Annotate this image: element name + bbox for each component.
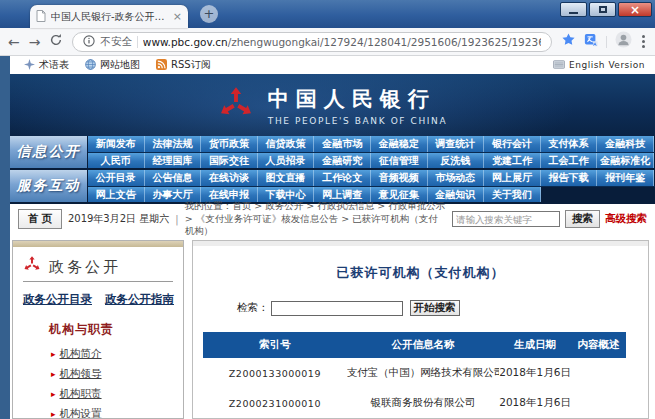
world-icon [553,60,565,71]
nav-item[interactable]: 金融研究 [314,153,371,168]
table-row[interactable]: Z2000133000019 支付宝（中国）网络技术有限公司 2018年1月6日 [203,358,626,388]
main-navigation: 信息公开 新闻发布法律法规货币政策信贷政策金融市场金融稳定调查统计银行会计支付体… [10,136,655,204]
pbc-logo-icon [218,85,254,125]
home-button[interactable]: 首 页 [18,209,62,229]
breadcrumb[interactable]: 我的位置：首页 > 政务公开 > 行政执法信息 > 行政审批公示 > 《支付业务… [185,200,446,238]
english-version-link[interactable]: English Version [553,60,645,71]
nav-item[interactable]: 经理国库 [145,153,202,168]
nav-item[interactable]: 市场动态 [428,170,485,186]
nav-item[interactable]: 人员招录 [258,153,315,168]
nav-item[interactable]: 党建工作 [484,153,541,168]
nav-item[interactable]: 图文直播 [258,170,315,186]
nav-item[interactable]: 工作论文 [314,170,371,186]
new-tab-button[interactable]: + [200,5,218,23]
nav-item[interactable]: 新闻发布 [88,136,145,152]
nav-item[interactable]: 金融标准化 [597,153,654,168]
nav-item[interactable]: 调查统计 [428,136,485,152]
globe-icon [85,59,96,72]
security-badge[interactable]: 不安全 [100,35,132,49]
nav-item[interactable]: 信贷政策 [258,136,315,152]
site-masthead: 中国人民银行 THE PEOPLE'S BANK OF CHINA [10,74,655,136]
header-name: 公开信息名称 [347,332,499,358]
results-table: 索引号 公开信息名称 生成日期 内容概述 Z2000133000019 支付宝（… [203,332,626,419]
utility-bar: 术语表 网站地图 RSS订阅 English Version [10,56,655,74]
date-text: 2019年3月2日 星期六 [68,212,169,226]
sidebar: 政务公开 政务公开目录 政务公开指南 机构与职责 机构简介 机构领导 机构职责 … [12,240,184,419]
nav-item[interactable]: 征信管理 [371,153,428,168]
window-close-button[interactable] [618,2,652,17]
cell-name[interactable]: 银联商务股份有限公司 [347,388,499,418]
separator: | [175,214,178,225]
nav-item[interactable]: 网上展厅 [484,170,541,186]
header-index: 索引号 [203,332,347,358]
window-minimize-button[interactable] [560,2,587,17]
rss-link[interactable]: RSS订阅 [156,58,211,72]
browser-tab[interactable]: 中国人民银行-政务公开-行政执... × [30,5,188,28]
page-background: 术语表 网站地图 RSS订阅 English Version [0,56,655,419]
address-bar[interactable]: 不安全 www.pbc.gov.cn/zhengwugongkai/127924… [72,32,552,52]
retrieval-label: 检索： [237,301,269,315]
tab-close-icon[interactable]: × [173,11,182,22]
back-button[interactable]: ← [8,35,20,49]
nav-item[interactable]: 国际交往 [201,153,258,168]
start-search-button[interactable]: 开始搜索 [410,300,460,316]
nav-item[interactable]: 公开目录 [88,170,145,186]
url-text[interactable]: www.pbc.gov.cn/zhengwugongkai/127924/128… [143,36,541,48]
nav-item[interactable]: 工会工作 [541,153,598,168]
translate-icon[interactable] [584,32,598,51]
bullet-triangle-icon [51,407,60,419]
bookmark-star-icon[interactable] [561,32,576,51]
nav-item[interactable]: 人民币 [88,153,145,168]
bank-name-en: THE PEOPLE'S BANK OF CHINA [268,116,447,126]
header-summary: 内容概述 [571,332,626,358]
browser-menu-icon[interactable] [640,35,647,48]
refresh-button[interactable] [49,32,63,51]
profile-avatar-icon[interactable] [615,31,632,52]
nav-item[interactable]: 法律法规 [145,136,202,152]
nav-item[interactable]: 在线访谈 [201,170,258,186]
sidebar-link-catalog[interactable]: 政务公开目录 [23,292,92,307]
nav-item[interactable]: 反洗钱 [428,153,485,168]
forward-button[interactable]: → [29,35,41,49]
bullet-triangle-icon [51,347,60,359]
nav-item[interactable]: 关于我们 [484,187,541,202]
window-maximize-button[interactable] [589,2,616,17]
bullet-triangle-icon [51,367,60,379]
sidebar-item[interactable]: 机构职责 [51,384,173,404]
nav-item[interactable]: 金融科技 [597,136,654,152]
cell-name[interactable]: 支付宝（中国）网络技术有限公司 [347,358,499,388]
cell-summary [571,388,626,418]
sitemap-link[interactable]: 网站地图 [85,58,140,72]
site-search-button[interactable]: 搜索 [565,210,600,228]
retrieval-input[interactable] [271,301,403,316]
nav-item[interactable]: 银行会计 [484,136,541,152]
nav-item[interactable]: 金融稳定 [371,136,428,152]
nav-item[interactable]: 货币政策 [201,136,258,152]
browser-toolbar: ← → 不安全 www.pbc.gov.cn/zhengwugongkai/12… [0,28,655,56]
browser-titlebar: 中国人民银行-政务公开-行政执... × + [0,0,655,28]
cell-date: 2018年1月6日 [499,388,571,418]
sidebar-item[interactable]: 机构设置 [51,404,173,419]
nav-item[interactable]: 网上文告 [88,187,145,202]
advanced-search-link[interactable]: 高级搜索 [605,212,647,226]
sidebar-link-guide[interactable]: 政务公开指南 [105,292,174,307]
site-search-input[interactable] [452,211,560,227]
toolbar-divider [606,36,607,48]
nav-item[interactable]: 金融市场 [314,136,371,152]
nav-item[interactable]: 音频视频 [371,170,428,186]
table-row[interactable]: Z2000231000010 银联商务股份有限公司 2018年1月6日 [203,388,626,418]
sidebar-item[interactable]: 机构领导 [51,364,173,384]
compass-icon [24,59,35,72]
sidebar-item[interactable]: 机构简介 [51,344,173,364]
info-icon[interactable] [83,32,95,51]
page-title: 已获许可机构（支付机构） [193,264,648,282]
nav-item[interactable]: 报告下载 [541,170,598,186]
glossary-link[interactable]: 术语表 [24,58,69,72]
pbc-logo-small-icon [23,255,41,277]
nav-group-label-service-interaction: 服务互动 [10,170,88,202]
page-favicon-icon [36,7,46,26]
nav-item[interactable]: 公告信息 [145,170,202,186]
cell-index: Z2000231000010 [203,388,347,418]
nav-item[interactable]: 报刊年鉴 [597,170,654,186]
nav-item[interactable]: 支付体系 [541,136,598,152]
